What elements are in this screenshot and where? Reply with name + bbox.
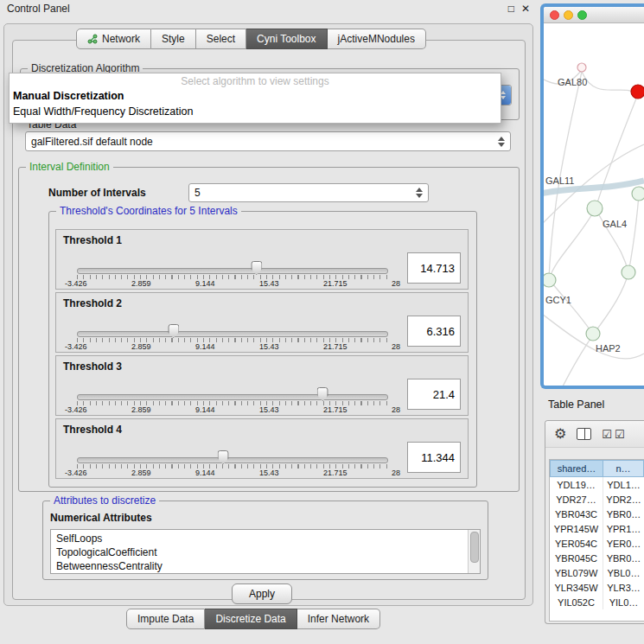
table-cell[interactable]: YIL0… bbox=[603, 595, 644, 609]
table-row[interactable]: YDR27…YDR2… bbox=[550, 492, 644, 507]
columns-icon[interactable] bbox=[577, 428, 591, 440]
slider-track[interactable] bbox=[77, 331, 388, 337]
table-row[interactable]: YDL19…YDL1… bbox=[550, 477, 644, 492]
control-panel-title: Control Panel bbox=[7, 3, 70, 15]
table-toolbar: ⚙ ☑ ☑ bbox=[545, 421, 644, 448]
zoom-traffic-light-icon[interactable] bbox=[577, 10, 587, 20]
tab-network[interactable]: Network bbox=[76, 29, 151, 49]
tab-label: Impute Data bbox=[137, 613, 194, 625]
tab-label: Discretize Data bbox=[215, 613, 285, 625]
table-cell[interactable]: YDL19… bbox=[550, 477, 603, 492]
table-cell[interactable]: YER054C bbox=[550, 536, 603, 551]
tab-impute-data[interactable]: Impute Data bbox=[126, 609, 205, 629]
scale-tick-label: -3.426 bbox=[65, 279, 87, 288]
network-node[interactable] bbox=[632, 187, 644, 201]
tab-discretize-data[interactable]: Discretize Data bbox=[205, 609, 296, 629]
network-view-window[interactable]: GAL80 GAL11 GAL4 GCY1 HAP2 bbox=[540, 3, 644, 389]
scale-tick-label: 21.715 bbox=[323, 279, 348, 288]
interval-definition-group: Interval Definition Number of Intervals … bbox=[18, 167, 520, 492]
table-data-combobox[interactable]: galFiltered.sif default node bbox=[25, 131, 511, 151]
table-row[interactable]: YBR043CYBR0… bbox=[550, 507, 644, 521]
scrollbar-thumb[interactable] bbox=[470, 532, 479, 563]
table-cell[interactable]: YIL052C bbox=[550, 595, 603, 609]
table-cell[interactable]: YBR0… bbox=[603, 507, 644, 521]
list-item[interactable]: TopologicalCoefficient bbox=[51, 545, 480, 559]
table-cell[interactable]: YPR1… bbox=[603, 521, 644, 536]
slider-scale: -3.426 2.859 9.144 15.43 21.715 28 bbox=[65, 279, 400, 288]
slider-scale: -3.426 2.859 9.144 15.43 21.715 28 bbox=[65, 405, 400, 414]
dropdown-option-equal-width-frequency[interactable]: Equal Width/Frequency Discretization bbox=[10, 104, 501, 119]
table-row[interactable]: YBL079WYBL0… bbox=[550, 565, 644, 580]
node-label-gal80: GAL80 bbox=[558, 77, 587, 87]
table-cell[interactable]: YLR3… bbox=[603, 580, 644, 595]
table-cell[interactable]: YBR045C bbox=[550, 551, 603, 565]
table-header-row: shared… n… bbox=[550, 460, 644, 477]
table-row[interactable]: YBR045CYBR0… bbox=[550, 551, 644, 565]
stepper-icon[interactable] bbox=[498, 137, 505, 147]
checkbox-icon[interactable]: ☑ bbox=[615, 429, 625, 440]
float-window-icon[interactable]: □ bbox=[508, 3, 514, 15]
list-item[interactable]: BetweennessCentrality bbox=[51, 559, 480, 573]
table-cell[interactable]: YBL0… bbox=[603, 565, 644, 580]
list-item[interactable]: SelfLoops bbox=[51, 530, 480, 545]
cyni-content-frame: Discretization Algorithm Table Data galF… bbox=[12, 40, 526, 600]
scale-tick-label: 9.144 bbox=[195, 405, 215, 414]
scale-tick-label: 21.715 bbox=[323, 405, 348, 414]
scrollbar[interactable] bbox=[468, 530, 480, 573]
table-row[interactable]: YLR345WYLR3… bbox=[550, 580, 644, 595]
node-label-gcy1: GCY1 bbox=[545, 295, 571, 305]
network-node[interactable] bbox=[577, 63, 586, 72]
table-cell[interactable]: YBR043C bbox=[550, 507, 603, 521]
screen: Control Panel □ ✕ Network Style Select C… bbox=[0, 0, 644, 644]
column-header-shared-name[interactable]: shared… bbox=[550, 460, 603, 477]
table-cell[interactable]: YER0… bbox=[603, 536, 644, 551]
table-cell[interactable]: YBL079W bbox=[550, 565, 603, 580]
threshold-value-field[interactable]: 11.344 bbox=[407, 442, 461, 473]
threshold-panel: Threshold 3 -3.426 2.859 9.144 15.43 21.… bbox=[55, 355, 469, 416]
gear-icon[interactable]: ⚙ bbox=[554, 427, 566, 441]
close-window-icon[interactable]: ✕ bbox=[521, 3, 530, 15]
slider-track[interactable] bbox=[77, 268, 388, 274]
stepper-icon[interactable] bbox=[416, 188, 423, 198]
selected-network-node[interactable] bbox=[631, 85, 644, 99]
apply-button[interactable]: Apply bbox=[232, 583, 292, 604]
close-traffic-light-icon[interactable] bbox=[550, 10, 559, 20]
table-cell[interactable]: YBR0… bbox=[603, 551, 644, 565]
threshold-value-field[interactable]: 14.713 bbox=[407, 252, 461, 284]
dropdown-option-manual-discretization[interactable]: Manual Discretization bbox=[10, 88, 501, 104]
network-node[interactable] bbox=[622, 265, 635, 279]
slider-track[interactable] bbox=[77, 394, 388, 400]
table-cell[interactable]: YDL1… bbox=[603, 477, 644, 492]
network-node-gal4[interactable] bbox=[587, 201, 603, 216]
tab-cyni-toolbox[interactable]: Cyni Toolbox bbox=[246, 29, 327, 49]
threshold-value-field[interactable]: 21.4 bbox=[407, 379, 461, 410]
thresholds-group-title: Threshold's Coordinates for 5 Intervals bbox=[56, 205, 241, 217]
number-of-intervals-combobox[interactable]: 5 bbox=[188, 183, 429, 202]
table-row[interactable]: YIL052CYIL0… bbox=[550, 595, 644, 609]
table-row[interactable]: YER054CYER0… bbox=[550, 536, 644, 551]
network-node-hap2[interactable] bbox=[586, 327, 600, 341]
table-cell[interactable]: YPR145W bbox=[550, 521, 603, 536]
table-panel-window: ⚙ ☑ ☑ shared… n… YDL19…YDL1… YDR27…YDR2…… bbox=[545, 420, 644, 624]
tab-infer-network[interactable]: Infer Network bbox=[297, 609, 380, 629]
node-label-gal4: GAL4 bbox=[603, 219, 627, 229]
tab-style[interactable]: Style bbox=[151, 29, 196, 49]
table-cell[interactable]: YDR27… bbox=[550, 492, 603, 507]
threshold-value-field[interactable]: 6.316 bbox=[407, 316, 461, 347]
table-row[interactable]: YPR145WYPR1… bbox=[550, 521, 644, 536]
tab-label: Cyni Toolbox bbox=[257, 33, 316, 45]
checkbox-icon[interactable]: ☑ bbox=[602, 429, 612, 440]
network-node-gcy1[interactable] bbox=[544, 273, 556, 287]
table-cell[interactable]: YLR345W bbox=[550, 580, 603, 595]
table-cell[interactable]: YDR2… bbox=[603, 492, 644, 507]
scale-tick-label: 2.859 bbox=[131, 342, 151, 351]
tab-select[interactable]: Select bbox=[196, 29, 246, 49]
minimize-traffic-light-icon[interactable] bbox=[564, 10, 573, 20]
scale-tick-label: -3.426 bbox=[65, 405, 87, 414]
attributes-group-title: Attributes to discretize bbox=[50, 494, 159, 507]
tab-jactivemodules[interactable]: jActiveMNodules bbox=[328, 29, 426, 49]
network-canvas[interactable]: GAL80 GAL11 GAL4 GCY1 HAP2 bbox=[544, 23, 644, 389]
scale-tick-label: 28 bbox=[392, 342, 400, 351]
slider-track[interactable] bbox=[77, 457, 388, 463]
column-header-name[interactable]: n… bbox=[603, 460, 644, 477]
